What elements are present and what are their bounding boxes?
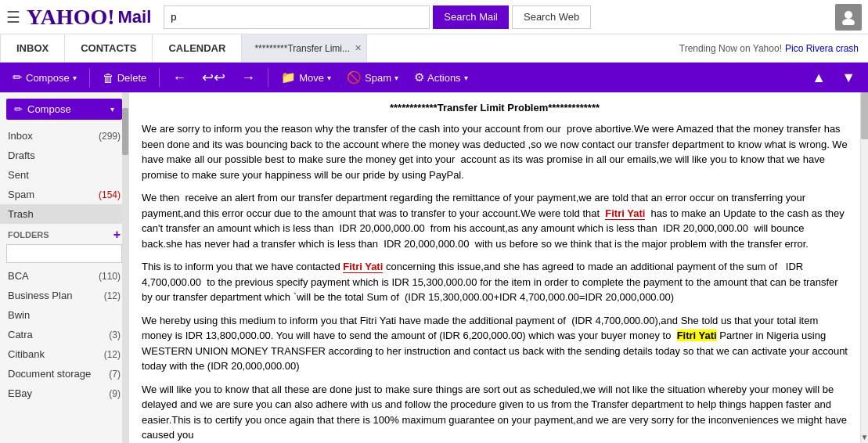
sidebar-item-drafts[interactable]: Drafts (0, 146, 128, 165)
reply-all-button[interactable]: ↩↩ (196, 66, 232, 89)
nav-down-button[interactable]: ▼ (835, 67, 862, 89)
scroll-down-arrow[interactable]: ▼ (861, 430, 868, 443)
main-content: ✏ Compose ▾ Inbox (299) Drafts Sent Spam… (0, 92, 868, 443)
email-scroll-thumb[interactable] (861, 92, 868, 139)
email-paragraph-2: We then receive an alert from our transf… (142, 190, 848, 251)
email-paragraph-4: We hereby using this medium to inform yo… (142, 313, 848, 374)
tab-transfer[interactable]: *********Transfer Limi... ✕ (242, 34, 367, 62)
sidebar-scrollbar-thumb[interactable] (122, 108, 128, 155)
sidebar-item-business-plan[interactable]: Business Plan (12) (0, 286, 128, 305)
sidebar-scrollbar-track (122, 92, 128, 443)
tab-close-icon[interactable]: ✕ (355, 43, 362, 53)
sidebar-item-spam[interactable]: Spam (154) (0, 185, 128, 204)
nav-up-button[interactable]: ▲ (805, 67, 832, 89)
compose-arrow-icon: ▾ (110, 105, 114, 113)
spam-button[interactable]: 🚫 Spam (340, 67, 405, 88)
sidebar-item-citibank[interactable]: Citibank (12) (0, 344, 128, 364)
sidebar-item-bwin[interactable]: Bwin (0, 305, 128, 325)
back-arrow-icon: ← (172, 70, 186, 86)
sidebar-item-inbox[interactable]: Inbox (299) (0, 126, 128, 146)
toolbar-divider-1 (89, 68, 90, 87)
add-folder-button[interactable]: + (113, 229, 121, 241)
forward-arrow-icon: → (241, 70, 255, 86)
compose-button[interactable]: ✏ Compose ▾ (6, 67, 83, 88)
folders-header: FOLDERS + (0, 224, 128, 243)
email-paragraph-3: This is to inform you that we have conta… (142, 259, 848, 305)
sidebar-item-bca[interactable]: BCA (110) (0, 266, 128, 286)
search-input[interactable] (164, 5, 430, 29)
highlight-fitri-yati-3: Fitri Yati (677, 330, 717, 341)
email-paragraph-1: We are sorry to inform you the reason wh… (142, 121, 848, 182)
top-right (835, 4, 862, 31)
sidebar-item-sent[interactable]: Sent (0, 165, 128, 185)
toolbar-divider-2 (159, 68, 160, 87)
email-content[interactable]: ************Transfer Limit Problem******… (129, 92, 860, 443)
sidebar-item-catra[interactable]: Catra (3) (0, 325, 128, 344)
tab-calendar[interactable]: CALENDAR (153, 34, 242, 62)
yahoo-logo: YAHOO! (27, 5, 115, 30)
email-body: We are sorry to inform you the reason wh… (142, 121, 848, 443)
svg-point-0 (845, 11, 852, 19)
toolbar-divider-3 (268, 68, 268, 87)
sidebar-item-ebay[interactable]: EBay (9) (0, 384, 128, 403)
compose-icon: ✏ (13, 70, 23, 85)
mail-logo-text: Mail (118, 7, 152, 27)
svg-point-1 (842, 19, 855, 25)
reply-all-icon: ↩↩ (202, 69, 225, 86)
delete-button[interactable]: 🗑 Delete (96, 68, 153, 88)
search-web-button[interactable]: Search Web (512, 5, 591, 29)
sidebar: ✏ Compose ▾ Inbox (299) Drafts Sent Spam… (0, 92, 129, 443)
nav-tabs: INBOX CONTACTS CALENDAR *********Transfe… (0, 34, 868, 63)
actions-button[interactable]: ⚙ Actions (408, 67, 474, 88)
trash-icon: 🗑 (103, 71, 114, 85)
top-bar: ☰ YAHOO! Mail Search Mail Search Web (0, 0, 868, 34)
highlight-fitri-yati-1: Fitri Yati (605, 207, 645, 220)
compose-dropdown-icon: ▾ (73, 74, 77, 82)
email-subject: ************Transfer Limit Problem******… (142, 102, 848, 113)
nav-down-icon: ▼ (841, 70, 855, 86)
nav-up-icon: ▲ (812, 70, 826, 86)
tab-contacts[interactable]: CONTACTS (65, 34, 153, 62)
tab-inbox[interactable]: INBOX (0, 34, 65, 62)
compose-pen-icon: ✏ (14, 103, 23, 115)
gear-icon: ⚙ (414, 70, 424, 85)
email-scrollbar: ▲ ▼ (860, 92, 868, 443)
trending-bar: Trending Now on Yahoo! Pico Rivera crash (679, 34, 868, 62)
move-button[interactable]: 📁 Move (275, 67, 337, 88)
email-paragraph-5: We will like you to know that all these … (142, 382, 848, 443)
back-button[interactable]: ← (166, 67, 193, 89)
hamburger-icon[interactable]: ☰ (6, 8, 20, 27)
folder-search-input[interactable] (6, 244, 122, 263)
search-mail-button[interactable]: Search Mail (433, 5, 509, 29)
sidebar-item-trash[interactable]: Trash (0, 204, 128, 224)
sidebar-item-document-storage[interactable]: Document storage (7) (0, 364, 128, 384)
highlight-fitri-yati-2: Fitri Yati (343, 261, 383, 273)
user-avatar[interactable] (835, 4, 862, 31)
compose-sidebar-button[interactable]: ✏ Compose ▾ (6, 99, 122, 120)
toolbar: ✏ Compose ▾ 🗑 Delete ← ↩↩ → 📁 Move 🚫 Spa… (0, 63, 868, 92)
trending-link[interactable]: Pico Rivera crash (785, 43, 859, 54)
move-icon: 📁 (281, 70, 296, 85)
forward-button[interactable]: → (235, 67, 261, 89)
spam-icon: 🚫 (347, 70, 362, 85)
